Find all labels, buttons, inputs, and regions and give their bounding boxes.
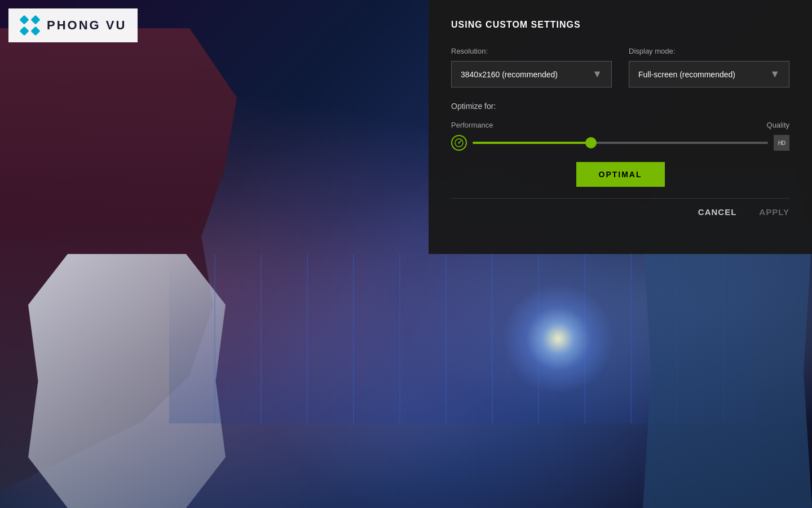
display-mode-dropdown-arrow: ▼ xyxy=(770,68,780,80)
diamond-icon-4 xyxy=(31,27,40,36)
svg-rect-1 xyxy=(31,15,40,24)
display-mode-label: Display mode: xyxy=(629,47,789,55)
display-mode-value: Full-screen (recommended) xyxy=(638,70,735,79)
resolution-value: 3840x2160 (recommended) xyxy=(461,70,558,79)
slider-performance-label: Performance xyxy=(451,121,493,129)
slider-thumb[interactable] xyxy=(585,137,597,148)
slider-labels: Performance Quality xyxy=(451,121,789,129)
speedometer-icon xyxy=(454,138,464,148)
display-mode-select[interactable]: Full-screen (recommended) ▼ xyxy=(629,61,789,87)
diamond-icon-1 xyxy=(20,15,29,24)
quality-slider-track[interactable] xyxy=(473,142,768,144)
dialog-selects-row: Resolution: 3840x2160 (recommended) ▼ Di… xyxy=(451,47,789,87)
optimal-button[interactable]: OPTIMAL xyxy=(576,162,665,187)
svg-rect-0 xyxy=(20,15,29,24)
resolution-label: Resolution: xyxy=(451,47,612,55)
cancel-button[interactable]: CANCEL xyxy=(698,207,737,217)
svg-rect-2 xyxy=(20,27,29,36)
resolution-select[interactable]: 3840x2160 (recommended) ▼ xyxy=(451,61,612,87)
logo-icon-bottom-row xyxy=(20,27,40,36)
optimize-label: Optimize for: xyxy=(451,102,789,111)
dialog-title: USING CUSTOM SETTINGS xyxy=(451,20,789,30)
logo-icon-top-row xyxy=(20,15,40,24)
logo-icon xyxy=(20,15,40,36)
performance-icon xyxy=(451,135,467,151)
diamond-icon-2 xyxy=(31,15,40,24)
diamond-icon-3 xyxy=(20,27,29,36)
settings-dialog: USING CUSTOM SETTINGS Resolution: 3840x2… xyxy=(429,0,812,254)
spark-effect xyxy=(502,282,615,395)
resolution-dropdown-arrow: ▼ xyxy=(592,68,602,80)
display-mode-field: Display mode: Full-screen (recommended) … xyxy=(629,47,789,87)
hd-icon: HD xyxy=(774,135,789,151)
resolution-field: Resolution: 3840x2160 (recommended) ▼ xyxy=(451,47,612,87)
dialog-actions: CANCEL APPLY xyxy=(451,207,789,217)
optimal-btn-container: OPTIMAL xyxy=(451,162,789,187)
dialog-divider xyxy=(451,198,789,199)
quality-slider-section: Performance Quality HD xyxy=(451,121,789,151)
logo-text: PHONG VU xyxy=(47,18,126,33)
svg-point-6 xyxy=(458,142,460,144)
apply-button[interactable]: APPLY xyxy=(759,207,789,217)
slider-track-container: HD xyxy=(451,135,789,151)
slider-quality-label: Quality xyxy=(767,121,789,129)
logo-container: PHONG VU xyxy=(8,8,138,42)
svg-rect-3 xyxy=(31,27,40,36)
